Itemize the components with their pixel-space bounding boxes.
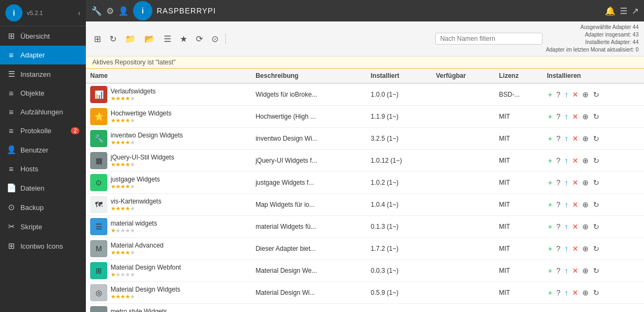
topbar-gear-icon[interactable]: ⚙ [106, 6, 114, 16]
topbar-settings-icon[interactable]: 🔧 [91, 6, 102, 16]
upload-btn-4[interactable]: ↑ [564, 178, 569, 187]
list-view-button[interactable]: ☰ [161, 32, 174, 46]
copy-btn-0[interactable]: ⊕ [581, 90, 590, 99]
delete-btn-3[interactable]: ✕ [571, 156, 580, 165]
copy-btn-5[interactable]: ⊕ [581, 200, 590, 209]
topbar-expand-icon[interactable]: ↗ [632, 6, 639, 16]
adapter-desc-3: jQuery-UI Widgets f... [251, 150, 367, 172]
refresh-btn-3[interactable]: ↻ [592, 156, 601, 165]
col-installieren: Installieren [543, 69, 644, 83]
help-btn-3[interactable]: ? [555, 156, 562, 165]
help-btn-0[interactable]: ? [555, 90, 562, 99]
refresh-btn-8[interactable]: ↻ [592, 266, 601, 275]
adapter-table[interactable]: NameBeschreibungInstalliertVerfügbarLize… [86, 69, 644, 312]
help-btn-2[interactable]: ? [555, 134, 562, 143]
help-btn-9[interactable]: ? [555, 288, 562, 298]
help-btn-1[interactable]: ? [555, 112, 562, 121]
sidebar-item-objekte[interactable]: ≡ Objekte [0, 84, 86, 103]
upload-btn-6[interactable]: ↑ [564, 222, 569, 231]
sidebar-item-backup[interactable]: ⊙ Backup [0, 198, 86, 217]
refresh-btn-6[interactable]: ↻ [592, 222, 601, 231]
sidebar-item-icontwo[interactable]: ⊞ Icontwo Icons [0, 236, 86, 256]
refresh-btn-4[interactable]: ↻ [592, 178, 601, 187]
reload-button[interactable]: ⟳ [193, 32, 206, 46]
refresh-btn-10[interactable]: ↻ [592, 310, 601, 312]
install-btn-2[interactable]: + [547, 134, 553, 143]
delete-btn-5[interactable]: ✕ [571, 200, 580, 209]
upload-btn-10[interactable]: ↑ [564, 310, 569, 312]
topbar-menu-icon[interactable]: ☰ [620, 6, 627, 16]
upload-btn-1[interactable]: ↑ [564, 112, 569, 121]
help-btn-7[interactable]: ? [555, 244, 562, 253]
github-button[interactable]: ⊙ [209, 32, 221, 46]
collapse-button[interactable]: ‹ [78, 9, 80, 17]
copy-btn-2[interactable]: ⊕ [581, 134, 590, 143]
refresh-btn-0[interactable]: ↻ [592, 90, 601, 99]
upload-btn-2[interactable]: ↑ [564, 134, 569, 143]
sidebar-item-protokolle[interactable]: ≡ Protokolle 2 [0, 121, 86, 140]
install-btn-5[interactable]: + [547, 200, 553, 209]
upload-btn-9[interactable]: ↑ [564, 288, 569, 298]
install-btn-1[interactable]: + [547, 112, 553, 121]
sidebar-item-aufzahlungen[interactable]: ≡ Aufzählungen [0, 103, 86, 121]
copy-btn-8[interactable]: ⊕ [581, 266, 590, 275]
help-btn-4[interactable]: ? [555, 178, 562, 187]
folder-open-button[interactable]: 📂 [142, 32, 158, 46]
sidebar-item-dateien[interactable]: 📄 Dateien [0, 178, 86, 198]
topbar-user-icon[interactable]: 👤 [118, 6, 129, 16]
copy-btn-1[interactable]: ⊕ [581, 112, 590, 121]
refresh-btn-7[interactable]: ↻ [592, 244, 601, 253]
delete-btn-8[interactable]: ✕ [571, 266, 580, 275]
adapter-desc-1: Hochwertige (High ... [251, 106, 367, 128]
upload-btn-0[interactable]: ↑ [564, 90, 569, 99]
help-btn-8[interactable]: ? [555, 266, 562, 275]
search-input[interactable] [435, 33, 543, 45]
copy-btn-9[interactable]: ⊕ [581, 288, 590, 298]
install-btn-6[interactable]: + [547, 222, 553, 231]
sidebar-item-instanzen[interactable]: ☰ Instanzen [0, 64, 86, 84]
sidebar-item-hosts[interactable]: ≡ Hosts [0, 159, 86, 178]
delete-btn-7[interactable]: ✕ [571, 244, 580, 253]
install-btn-10[interactable]: + [547, 310, 553, 312]
sidebar-item-skripte[interactable]: ✂ Skripte [0, 217, 86, 236]
delete-btn-10[interactable]: ✕ [571, 310, 580, 312]
delete-btn-6[interactable]: ✕ [571, 222, 580, 231]
refresh-btn-5[interactable]: ↻ [592, 200, 601, 209]
refresh-btn-1[interactable]: ↻ [592, 112, 601, 121]
install-btn-8[interactable]: + [547, 266, 553, 275]
help-btn-6[interactable]: ? [555, 222, 562, 231]
delete-btn-0[interactable]: ✕ [571, 90, 580, 99]
copy-btn-4[interactable]: ⊕ [581, 178, 590, 187]
copy-btn-7[interactable]: ⊕ [581, 244, 590, 253]
sidebar-item-ubersicht[interactable]: ⊞ Übersicht [0, 26, 86, 46]
delete-btn-1[interactable]: ✕ [571, 112, 580, 121]
upload-btn-7[interactable]: ↑ [564, 244, 569, 253]
delete-btn-4[interactable]: ✕ [571, 178, 580, 187]
delete-btn-9[interactable]: ✕ [571, 288, 580, 298]
install-btn-0[interactable]: + [547, 90, 553, 99]
topbar-bell-icon[interactable]: 🔔 [605, 6, 616, 16]
sidebar-icon-ubersicht: ⊞ [6, 31, 16, 41]
help-btn-5[interactable]: ? [555, 200, 562, 209]
copy-btn-6[interactable]: ⊕ [581, 222, 590, 231]
refresh-btn-2[interactable]: ↻ [592, 134, 601, 143]
refresh-btn-9[interactable]: ↻ [592, 288, 601, 298]
refresh-button[interactable]: ↻ [107, 32, 119, 46]
upload-btn-5[interactable]: ↑ [564, 200, 569, 209]
upload-btn-8[interactable]: ↑ [564, 266, 569, 275]
install-btn-7[interactable]: + [547, 244, 553, 253]
copy-btn-3[interactable]: ⊕ [581, 156, 590, 165]
upload-btn-3[interactable]: ↑ [564, 156, 569, 165]
folder-button[interactable]: 📁 [122, 32, 138, 46]
star-button[interactable]: ★ [177, 32, 190, 46]
help-btn-10[interactable]: ? [555, 310, 562, 312]
sidebar-item-benutzer[interactable]: 👤 Benutzer [0, 140, 86, 159]
delete-btn-2[interactable]: ✕ [571, 134, 580, 143]
grid-view-button[interactable]: ⊞ [91, 32, 104, 46]
alert-bar: Aktives Repository ist "latest" [86, 56, 644, 69]
install-btn-3[interactable]: + [547, 156, 553, 165]
sidebar-item-adapter[interactable]: ≡ Adapter [0, 46, 86, 64]
copy-btn-10[interactable]: ⊕ [581, 310, 590, 312]
install-btn-4[interactable]: + [547, 178, 553, 187]
install-btn-9[interactable]: + [547, 288, 553, 298]
